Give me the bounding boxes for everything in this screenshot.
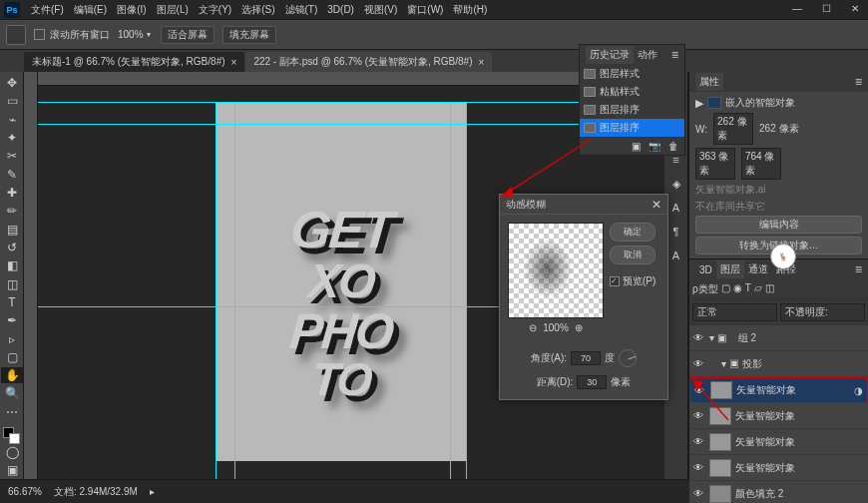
angle-input[interactable] — [571, 351, 601, 365]
tab-close-icon[interactable]: × — [231, 57, 237, 68]
history-item[interactable]: 图层排序 — [580, 119, 684, 137]
filter-icon[interactable]: ▱ — [754, 282, 762, 296]
width-input[interactable]: 262 像素 — [713, 113, 753, 145]
y-input[interactable]: 764 像素 — [741, 148, 781, 180]
lasso-tool[interactable]: ⌁ — [1, 112, 23, 128]
x-input[interactable]: 363 像素 — [695, 148, 735, 180]
tab-close-icon[interactable]: × — [478, 57, 484, 68]
history-item[interactable]: 图层样式 — [580, 65, 684, 83]
properties-tab[interactable]: 属性 — [695, 73, 723, 91]
layer-item[interactable]: 👁矢量智能对象 — [689, 429, 868, 455]
fit-screen-button[interactable]: 适合屏幕 — [161, 26, 215, 44]
wand-tool[interactable]: ✦ — [1, 130, 23, 146]
filter-icon[interactable]: ◉ — [733, 282, 742, 296]
menu-edit[interactable]: 编辑(E) — [74, 3, 107, 17]
type-tool[interactable]: T — [1, 294, 23, 310]
menu-type[interactable]: 文字(Y) — [199, 3, 231, 17]
zoom-out-icon[interactable]: ⊖ — [529, 322, 537, 333]
channels-tab[interactable]: 通道 — [744, 260, 772, 278]
menu-file[interactable]: 文件(F) — [31, 3, 64, 17]
visibility-icon[interactable]: 👁 — [693, 332, 703, 343]
window-max[interactable]: ☐ — [822, 3, 831, 14]
zoom-pct[interactable]: 100% — [118, 29, 144, 40]
brush-tool[interactable]: ✏ — [1, 203, 23, 219]
menu-select[interactable]: 选择(S) — [241, 3, 274, 17]
panel-icon[interactable]: ◈ — [664, 172, 687, 196]
move-tool[interactable]: ✥ — [1, 75, 23, 91]
dialog-close[interactable]: ✕ — [651, 198, 661, 212]
quickmask-icon[interactable]: ◯ — [1, 444, 23, 460]
layer-group[interactable]: 👁▾ ▣组 2 — [689, 325, 868, 351]
edit-content-button[interactable]: 编辑内容 — [695, 216, 862, 234]
eyedropper-tool[interactable]: ✎ — [1, 167, 23, 183]
path-tool[interactable]: ▹ — [1, 330, 23, 346]
scroll-checkbox[interactable] — [34, 29, 45, 40]
panel-menu-icon[interactable]: ≡ — [855, 262, 862, 276]
filter-icon[interactable]: ◫ — [765, 282, 774, 296]
pen-tool[interactable]: ✒ — [1, 312, 23, 328]
history-brush-tool[interactable]: ↺ — [1, 240, 23, 255]
tab-doc2[interactable]: 222 - 副本.psd @ 66.7% (矢量智能对象, RGB/8#)× — [245, 52, 492, 72]
history-item[interactable]: 粘贴样式 — [580, 83, 684, 101]
zoom-tool[interactable]: 🔍 — [1, 385, 23, 401]
window-min[interactable]: — — [792, 3, 802, 14]
screenmode-icon[interactable]: ▣ — [1, 462, 23, 478]
visibility-icon[interactable]: 👁 — [693, 358, 703, 369]
filter-icon[interactable]: ▢ — [721, 282, 730, 296]
menu-3d[interactable]: 3D(D) — [327, 4, 354, 15]
menu-layer[interactable]: 图层(L) — [157, 3, 189, 17]
visibility-icon[interactable]: 👁 — [693, 410, 703, 421]
layer-item[interactable]: 👁矢量智能对象 — [689, 455, 868, 481]
history-tab[interactable]: 历史记录 — [586, 46, 634, 64]
layer-item[interactable]: 👁矢量智能对象 — [689, 403, 868, 429]
layers-tab[interactable]: 图层 — [716, 260, 744, 278]
menu-image[interactable]: 图像(I) — [117, 3, 146, 17]
opacity[interactable]: 不透明度: — [780, 303, 865, 321]
stamp-tool[interactable]: ▤ — [1, 222, 23, 238]
so-file: 矢量智能对象.ai — [695, 183, 862, 197]
status-zoom[interactable]: 66.67% — [8, 486, 42, 497]
tool-preset-icon[interactable] — [6, 25, 26, 45]
zoom-in-icon[interactable]: ⊕ — [575, 322, 583, 333]
preview-checkbox[interactable] — [610, 276, 620, 286]
menu-window[interactable]: 窗口(W) — [407, 3, 443, 17]
visibility-icon[interactable]: 👁 — [693, 462, 703, 473]
3d-tab[interactable]: 3D — [695, 262, 716, 277]
window-close[interactable]: ✕ — [851, 3, 859, 14]
distance-input[interactable] — [577, 375, 607, 389]
eraser-tool[interactable]: ◧ — [1, 257, 23, 273]
fill-screen-button[interactable]: 填充屏幕 — [222, 26, 276, 44]
blend-mode[interactable]: 正常 — [692, 303, 777, 321]
menu-view[interactable]: 视图(V) — [364, 3, 397, 17]
history-item[interactable]: 图层排序 — [580, 101, 684, 119]
camera-icon[interactable]: 📷 — [649, 141, 660, 152]
snapshot-icon[interactable]: ▣ — [632, 141, 641, 152]
actions-tab[interactable]: 动作 — [634, 46, 661, 64]
visibility-icon[interactable]: 👁 — [693, 488, 703, 499]
visibility-icon[interactable]: 👁 — [693, 436, 703, 447]
visibility-icon[interactable]: 👁 — [694, 385, 704, 396]
crop-tool[interactable]: ✂ — [1, 148, 23, 164]
gradient-tool[interactable]: ◫ — [1, 275, 23, 291]
cancel-button[interactable]: 取消 — [610, 246, 655, 264]
layer-fill[interactable]: 👁颜色填充 2 — [689, 481, 868, 503]
ok-button[interactable]: 确定 — [610, 223, 655, 242]
preview-label: 预览(P) — [623, 274, 655, 288]
layer-group[interactable]: 👁▾ ▣ 投影 — [689, 351, 868, 377]
layer-smart-object[interactable]: 👁矢量智能对象◑ — [689, 377, 868, 403]
menu-filter[interactable]: 滤镜(T) — [285, 3, 318, 17]
hand-tool[interactable]: ✋ — [1, 367, 23, 383]
edit-toolbar[interactable]: ⋯ — [1, 404, 23, 420]
dialog-title: 动感模糊 — [506, 198, 546, 212]
shape-tool[interactable]: ▢ — [1, 349, 23, 365]
properties-panel: 属性≡ ▶ 嵌入的智能对象 W:262 像素262 像素 363 像素764 像… — [689, 72, 868, 259]
filter-icon[interactable]: T — [745, 282, 751, 296]
heal-tool[interactable]: ✚ — [1, 185, 23, 201]
tab-doc1[interactable]: 未标题-1 @ 66.7% (矢量智能对象, RGB/8#)× — [24, 52, 244, 72]
trash-icon[interactable]: 🗑 — [668, 141, 678, 152]
fg-bg-swatch[interactable] — [1, 425, 23, 441]
marquee-tool[interactable]: ▭ — [1, 93, 23, 109]
panel-menu-icon[interactable]: ≡ — [855, 75, 862, 89]
menu-help[interactable]: 帮助(H) — [453, 3, 487, 17]
angle-wheel[interactable] — [619, 349, 637, 367]
